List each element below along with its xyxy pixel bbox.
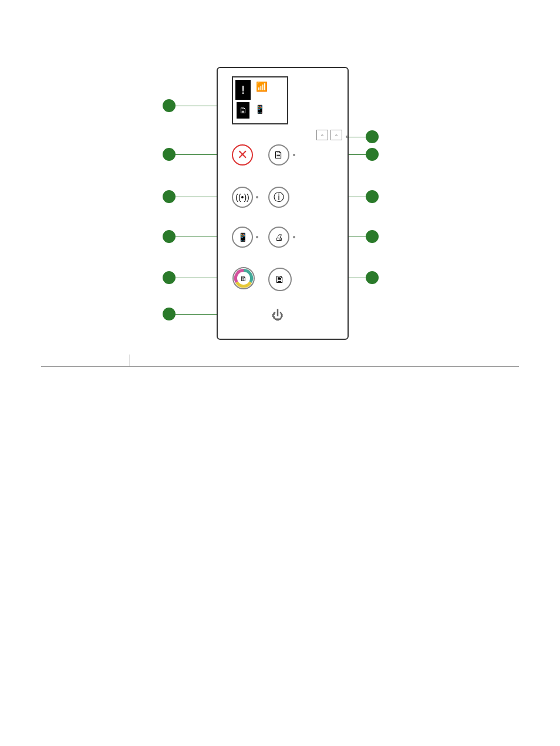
power-icon: ⏻: [272, 309, 284, 322]
cancel-icon: ✕: [237, 147, 248, 163]
svg-text:🗎: 🗎: [240, 275, 247, 283]
eprint-icon: 🖨: [275, 232, 283, 242]
power-button[interactable]: ⏻: [272, 309, 284, 322]
column-header-feature: [41, 355, 129, 367]
wifi-direct-button-icon: 📱: [238, 232, 248, 242]
callout-6: [163, 308, 176, 320]
printhead-alert-light-left: ▫: [316, 130, 328, 140]
printer-control-panel: ! 📶 🗎 📱 ▫ ▫ ✕ 🗎 ((•)) ⓘ 📱: [217, 67, 349, 340]
control-panel-diagram: ! 📶 🗎 📱 ▫ ▫ ✕ 🗎 ((•)) ⓘ 📱: [163, 67, 397, 343]
cancel-button[interactable]: ✕: [232, 144, 253, 166]
callout-4: [163, 230, 176, 243]
callout-2: [163, 148, 176, 161]
resume-icon: 🗎: [274, 149, 284, 161]
resume-button[interactable]: 🗎: [268, 144, 289, 166]
information-button[interactable]: ⓘ: [268, 187, 289, 208]
wireless-button[interactable]: ((•)): [232, 187, 253, 208]
callout-3: [163, 190, 176, 203]
control-panel-display: ! 📶 🗎 📱: [232, 76, 288, 124]
wifi-direct-icon: 📱: [255, 104, 265, 114]
signal-icon: 📶: [256, 81, 268, 92]
page-footer: [35, 708, 519, 718]
wireless-icon: ((•)): [235, 193, 249, 202]
eprint-button[interactable]: 🖨: [268, 227, 289, 248]
info-icon: ⓘ: [274, 190, 284, 204]
callout-5: [163, 271, 176, 284]
column-header-description: [129, 355, 519, 367]
copy-color-icon: 🗎: [232, 266, 255, 290]
copy-black-icon: 🗎: [275, 274, 285, 286]
alert-icon: !: [235, 80, 251, 100]
features-table: [41, 355, 519, 367]
doc-icon: 🗎: [237, 102, 249, 119]
printhead-alert-light-right: ▫: [330, 130, 342, 140]
start-copy-black-button[interactable]: 🗎: [268, 268, 292, 291]
start-copy-color-button[interactable]: 🗎: [232, 266, 255, 290]
callout-1: [163, 99, 176, 112]
wifi-direct-button[interactable]: 📱: [232, 227, 253, 248]
